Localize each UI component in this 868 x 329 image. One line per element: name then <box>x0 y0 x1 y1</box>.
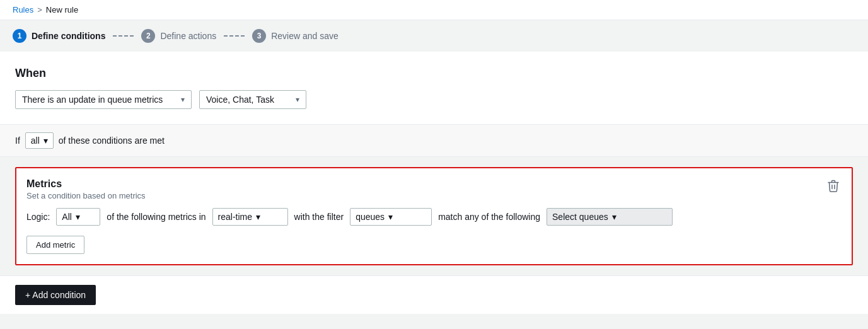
select-queues-placeholder: Select queues <box>552 212 608 222</box>
logic-inline-select[interactable]: all ▾ <box>25 132 54 149</box>
step-connector-1 <box>113 35 134 37</box>
stepper: 1 Define conditions 2 Define actions 3 R… <box>0 20 868 52</box>
trigger-chevron-icon: ▾ <box>181 95 185 104</box>
trash-icon <box>828 180 839 192</box>
add-condition-label: + Add condition <box>25 290 86 300</box>
channel-dropdown[interactable]: Voice, Chat, Task ▾ <box>199 90 306 109</box>
channel-dropdown-value: Voice, Chat, Task <box>206 95 274 105</box>
step-2-circle: 2 <box>141 29 155 43</box>
step-1-label: Define conditions <box>32 31 105 41</box>
select-queues-chevron: ▾ <box>612 212 616 222</box>
channel-chevron-icon: ▾ <box>296 95 299 104</box>
logic-row-label: Logic: <box>26 212 50 222</box>
filter-label: with the filter <box>294 212 344 222</box>
step-3: 3 Review and save <box>252 29 339 43</box>
breadcrumb-rules-link[interactable]: Rules <box>13 5 33 14</box>
when-section: When There is an update in queue metrics… <box>0 52 868 124</box>
logic-all-value: All <box>62 212 72 222</box>
delete-condition-button[interactable] <box>825 178 842 197</box>
time-value: real-time <box>218 212 252 222</box>
metrics-title: Metrics <box>26 178 146 190</box>
conditions-area: Metrics Set a condition based on metrics… <box>0 157 868 275</box>
step-1-circle: 1 <box>13 29 26 43</box>
filter-value: queues <box>356 212 385 222</box>
breadcrumb-separator: > <box>37 5 42 14</box>
conditions-suffix-text: of these conditions are met <box>59 136 165 146</box>
logic-inline-value: all <box>31 136 40 146</box>
add-metric-button[interactable]: Add metric <box>26 236 84 254</box>
trigger-dropdown[interactable]: There is an update in queue metrics ▾ <box>15 90 192 109</box>
logic-all-select[interactable]: All ▾ <box>56 208 100 226</box>
time-chevron: ▾ <box>256 212 260 222</box>
step-3-circle: 3 <box>252 29 266 43</box>
select-queues-dropdown[interactable]: Select queues ▾ <box>547 208 673 226</box>
time-select[interactable]: real-time ▾ <box>212 208 288 226</box>
metrics-card-header: Metrics Set a condition based on metrics <box>26 178 842 200</box>
breadcrumb-bar: Rules > New rule <box>0 0 868 20</box>
main-content: When There is an update in queue metrics… <box>0 52 868 314</box>
step-2-label: Define actions <box>160 31 216 41</box>
when-title: When <box>15 67 853 80</box>
step-2: 2 Define actions <box>141 29 216 43</box>
if-label: If <box>15 136 20 146</box>
filter-select[interactable]: queues ▾ <box>350 208 432 226</box>
step-1: 1 Define conditions <box>13 29 105 43</box>
add-condition-bar: + Add condition <box>0 275 868 314</box>
add-condition-button[interactable]: + Add condition <box>15 285 96 305</box>
step-connector-2 <box>224 35 245 37</box>
step-3-label: Review and save <box>271 31 339 41</box>
logic-row: Logic: All ▾ of the following metrics in… <box>26 208 842 226</box>
match-label: match any of the following <box>438 212 540 222</box>
breadcrumb-current: New rule <box>46 5 78 14</box>
trigger-dropdown-value: There is an update in queue metrics <box>22 95 163 105</box>
when-dropdowns: There is an update in queue metrics ▾ Vo… <box>15 90 853 109</box>
filter-chevron: ▾ <box>388 212 393 222</box>
logic-all-chevron: ▾ <box>76 212 80 222</box>
following-label: of the following metrics in <box>107 212 205 222</box>
metrics-card: Metrics Set a condition based on metrics… <box>15 167 853 265</box>
if-conditions-bar: If all ▾ of these conditions are met <box>0 124 868 157</box>
logic-inline-chevron: ▾ <box>43 136 48 146</box>
metrics-card-title-group: Metrics Set a condition based on metrics <box>26 178 146 200</box>
metrics-subtitle: Set a condition based on metrics <box>26 191 146 200</box>
